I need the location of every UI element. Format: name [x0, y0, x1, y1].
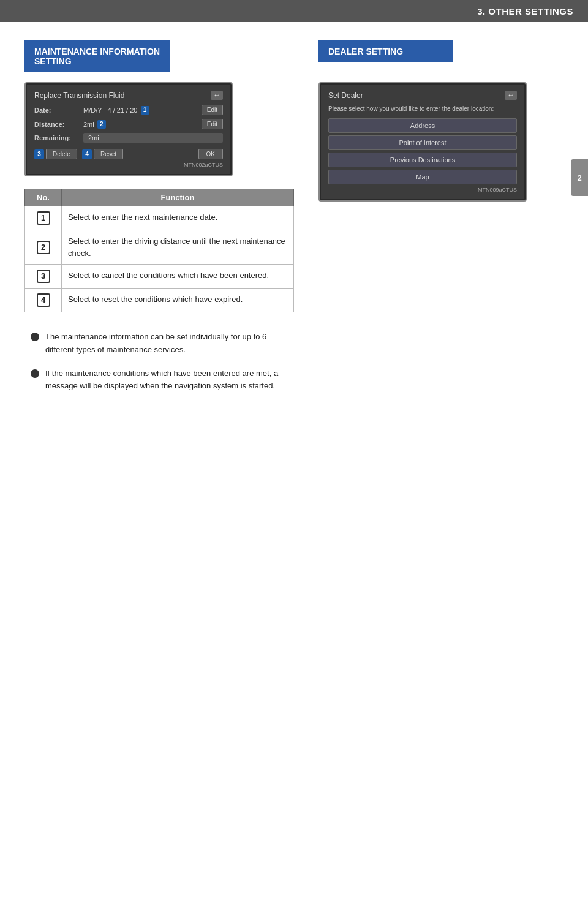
- num-badge: 3: [37, 270, 50, 283]
- reset-button[interactable]: Reset: [94, 149, 123, 159]
- dealer-title-bar: Set Dealer ↩: [328, 91, 517, 100]
- table-row-text: Select to enter the next maintenance dat…: [62, 206, 294, 230]
- screen-title-bar: Replace Transmission Fluid ↩: [34, 91, 223, 100]
- left-column: MAINTENANCE INFORMATION SETTING Replace …: [24, 40, 294, 404]
- table-row-num: 4: [25, 289, 62, 312]
- table-row-text: Select to enter the driving distance unt…: [62, 230, 294, 265]
- table-row-text: Select to reset the conditions which hav…: [62, 289, 294, 312]
- dealer-back-button[interactable]: ↩: [505, 91, 517, 100]
- table-row: 4Select to reset the conditions which ha…: [25, 289, 294, 312]
- ok-button[interactable]: OK: [198, 149, 223, 159]
- table-col-no: No.: [25, 189, 62, 206]
- screen-date-format: M/D/Y 4 / 21 / 20 1: [83, 106, 202, 115]
- table-row-num: 3: [25, 265, 62, 289]
- maintenance-screen-box: Replace Transmission Fluid ↩ Date: M/D/Y…: [24, 82, 233, 176]
- screen-distance-row: Distance: 2mi 2 Edit: [34, 119, 223, 129]
- bullet-item-2: If the maintenance conditions which have…: [31, 368, 294, 393]
- bullet-dot-1: [31, 333, 39, 341]
- screen-back-button[interactable]: ↩: [211, 91, 223, 100]
- right-column: DEALER SETTING Set Dealer ↩ Please selec…: [318, 40, 564, 404]
- dealer-option-3[interactable]: Previous Destinations: [328, 153, 517, 167]
- screen-remaining-value: 2mi: [83, 133, 223, 143]
- dealer-option-1[interactable]: Address: [328, 118, 517, 133]
- dealer-section-header: DEALER SETTING: [318, 40, 453, 62]
- screen-date-row: Date: M/D/Y 4 / 21 / 20 1 Edit: [34, 105, 223, 115]
- num-badge: 1: [37, 211, 50, 225]
- delete-button[interactable]: Delete: [46, 149, 77, 159]
- maintenance-section-header: MAINTENANCE INFORMATION SETTING: [24, 40, 170, 72]
- distance-edit-button[interactable]: Edit: [202, 119, 223, 129]
- badge-4: 4: [82, 149, 92, 159]
- num-badge: 4: [37, 293, 50, 307]
- dealer-screen-box: Set Dealer ↩ Please select how you would…: [318, 82, 527, 202]
- maintenance-title-line1: MAINTENANCE INFORMATION: [34, 47, 160, 56]
- badge-2-inline: 2: [97, 120, 106, 129]
- dealer-title: DEALER SETTING: [328, 47, 403, 56]
- screen-remaining-row: Remaining: 2mi: [34, 133, 223, 143]
- table-row-num: 2: [25, 230, 62, 265]
- badge-1-inline: 1: [141, 106, 149, 115]
- maintenance-screen-inner: Replace Transmission Fluid ↩ Date: M/D/Y…: [27, 85, 230, 174]
- dealer-option-4[interactable]: Map: [328, 170, 517, 184]
- main-content: MAINTENANCE INFORMATION SETTING Replace …: [0, 22, 588, 422]
- screen-distance-label: Distance:: [34, 121, 83, 128]
- bullet-dot-2: [31, 369, 39, 378]
- bullet-text-2: If the maintenance conditions which have…: [45, 368, 294, 393]
- table-row: 2Select to enter the driving distance un…: [25, 230, 294, 265]
- screen-caption: MTN002aCTUS: [34, 162, 223, 168]
- header-title: 3. OTHER SETTINGS: [477, 6, 573, 17]
- screen-remaining-label: Remaining:: [34, 134, 83, 141]
- screen-action-buttons: 3 Delete 4 Reset OK: [34, 149, 223, 159]
- dealer-screen-inner: Set Dealer ↩ Please select how you would…: [321, 85, 524, 199]
- dealer-caption: MTN009aCTUS: [328, 187, 517, 193]
- num-badge: 2: [37, 241, 50, 254]
- maintenance-title-line2: SETTING: [34, 56, 72, 66]
- dealer-buttons-container: AddressPoint of InterestPrevious Destina…: [328, 118, 517, 184]
- table-row-num: 1: [25, 206, 62, 230]
- dealer-screen-title: Set Dealer: [328, 91, 363, 100]
- bullet-text-1: The maintenance information can be set i…: [45, 331, 294, 356]
- table-col-function: Function: [62, 189, 294, 206]
- bullet-item-1: The maintenance information can be set i…: [31, 331, 294, 356]
- bullet-section: The maintenance information can be set i…: [24, 331, 294, 393]
- table-row: 1Select to enter the next maintenance da…: [25, 206, 294, 230]
- screen-date-label: Date:: [34, 107, 83, 114]
- badge-3: 3: [34, 149, 44, 159]
- screen-title: Replace Transmission Fluid: [34, 91, 124, 100]
- header-bar: 3. OTHER SETTINGS: [0, 0, 588, 22]
- dealer-option-2[interactable]: Point of Interest: [328, 135, 517, 150]
- table-row: 3Select to cancel the conditions which h…: [25, 265, 294, 289]
- table-row-text: Select to cancel the conditions which ha…: [62, 265, 294, 289]
- function-table: No. Function 1Select to enter the next m…: [24, 189, 294, 312]
- date-edit-button[interactable]: Edit: [202, 105, 223, 115]
- side-tab-number: 2: [571, 159, 588, 196]
- screen-distance-value: 2mi 2: [83, 120, 202, 129]
- dealer-subtitle: Please select how you would like to ente…: [328, 105, 517, 113]
